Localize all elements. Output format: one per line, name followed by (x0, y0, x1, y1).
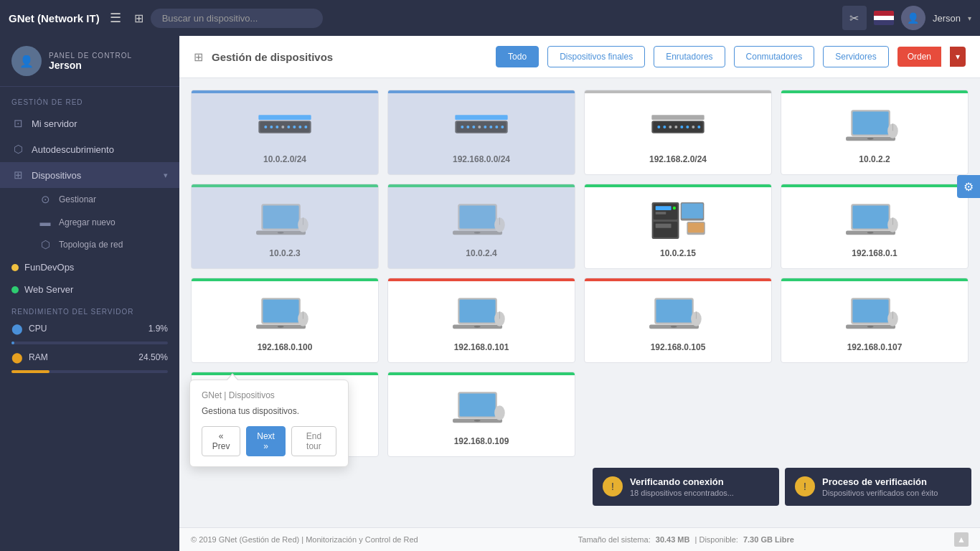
device-card-11[interactable]: 192.168.0.105 (584, 278, 772, 363)
devices-submenu: ⊙ Gestionar ▬ Agregar nuevo ⬡ Topología … (0, 188, 179, 256)
sidebar-item-web-server-label: Web Server (24, 284, 73, 295)
svg-rect-55 (656, 212, 666, 215)
device-label: 192.168.0.105 (651, 342, 706, 352)
device-card-14[interactable]: 192.168.0.109 (387, 372, 575, 457)
device-img-server (646, 197, 710, 244)
device-img-switch (449, 103, 514, 150)
device-card-8[interactable]: 192.168.0.1 (781, 184, 969, 269)
svg-point-83 (671, 325, 677, 327)
svg-point-25 (663, 126, 666, 128)
app-brand: GNet (Network IT) (9, 12, 100, 24)
notif-sub: 18 dispositivos encontrados... (630, 489, 734, 497)
page-title: Gestión de dispositivos (212, 51, 487, 63)
device-card-9[interactable]: 192.168.0.100 (191, 278, 379, 363)
svg-point-65 (867, 231, 874, 233)
sidebar-item-fundevops[interactable]: FunDevOps (0, 256, 179, 278)
page-header: ⊞ Gestión de dispositivos Todo Dispositi… (179, 36, 980, 78)
svg-point-42 (278, 231, 284, 233)
layout-toggle-icon[interactable]: ⊞ (134, 11, 143, 25)
tour-breadcrumb: GNet | Dispositivos (202, 390, 336, 400)
sidebar-item-mi-servidor[interactable]: ⊡ Mi servidor (0, 110, 179, 136)
sidebar-item-topologia[interactable]: ⬡ Topología de red (7, 233, 179, 256)
sidebar-item-agregar-nuevo[interactable]: ▬ Agregar nuevo (7, 211, 179, 233)
devices-icon: ⊞ (11, 169, 24, 182)
device-card-4[interactable]: 10.0.2.2 (781, 90, 969, 175)
cpu-row: ⬤ CPU 1.9% (11, 323, 168, 334)
filter-conmutadores-btn[interactable]: Conmutadores (734, 46, 815, 67)
filter-servidores-btn[interactable]: Servidores (823, 46, 888, 67)
svg-rect-63 (852, 205, 888, 228)
device-label: 10.0.2.2 (859, 154, 890, 164)
user-avatar[interactable]: 👤 (901, 6, 925, 30)
panel-label: PANEL DE CONTROL (49, 52, 132, 60)
device-img-laptop (253, 197, 317, 244)
svg-point-17 (484, 126, 486, 128)
cpu-bar (11, 342, 14, 344)
svg-point-101 (494, 405, 505, 420)
device-card-7[interactable]: 10.0.2.15 (584, 184, 772, 269)
order-btn[interactable]: Orden (897, 47, 941, 67)
svg-rect-12 (456, 121, 506, 132)
svg-rect-61 (688, 222, 705, 232)
svg-point-27 (674, 126, 677, 128)
device-card-12[interactable]: 192.168.0.107 (781, 278, 969, 363)
sidebar-item-autodescubrimiento[interactable]: ⬡ Autodescubrimiento (0, 136, 179, 162)
sidebar-item-web-server[interactable]: Web Server (0, 278, 179, 301)
hamburger-icon[interactable]: ☰ (107, 7, 124, 29)
filter-enrutadores-btn[interactable]: Enrutadores (654, 46, 725, 67)
tour-prev-btn[interactable]: « Prev (202, 426, 240, 456)
topnav-username[interactable]: Jerson (933, 13, 961, 24)
tools-icon-btn[interactable]: ✂ (842, 6, 867, 30)
ram-label: RAM (29, 352, 133, 362)
ram-row: ⬤ RAM 24.50% (11, 352, 168, 363)
svg-rect-87 (852, 299, 888, 322)
svg-point-30 (692, 126, 694, 128)
status-dot-green (11, 286, 19, 293)
svg-rect-10 (258, 115, 311, 120)
tour-next-btn[interactable]: Next » (246, 426, 285, 456)
device-img-laptop (449, 385, 514, 432)
server-icon: ⊡ (11, 117, 24, 130)
device-label: 10.0.2.4 (466, 248, 496, 258)
footer-system-info: Tamaño del sistema: 30.43 MB | Disponibl… (578, 535, 794, 544)
filter-todo-btn[interactable]: Todo (496, 46, 539, 67)
device-card-2[interactable]: 192.168.0.0/24 (387, 90, 575, 175)
scroll-up-btn[interactable]: ▲ (954, 532, 969, 547)
svg-point-6 (287, 126, 290, 128)
sidebar-item-dispositivos[interactable]: ⊞ Dispositivos ▾ (0, 162, 179, 188)
svg-point-2 (264, 126, 267, 128)
footer: © 2019 GNet (Gestión de Red) | Monitoriz… (179, 527, 980, 551)
sidebar-item-label: Autodescubrimiento (32, 144, 168, 155)
tour-text: Gestiona tus dispositivos. (202, 406, 336, 416)
svg-point-18 (489, 126, 492, 128)
notifications-bar: ! Verificando conexión 18 dispositivos e… (593, 468, 971, 506)
section-gestion-red: GESTIÓN DE RED (0, 87, 179, 110)
device-card-5[interactable]: 10.0.2.3 (191, 184, 379, 269)
device-card-1[interactable]: 10.0.2.0/24 (191, 90, 379, 175)
device-label: 192.168.0.109 (454, 436, 509, 446)
device-card-3[interactable]: 192.168.2.0/24 (584, 90, 772, 175)
device-img-laptop (449, 197, 514, 244)
sidebar-item-label: Dispositivos (32, 170, 156, 181)
device-label: 192.168.0.107 (847, 342, 903, 352)
ram-bar (11, 370, 50, 373)
device-card-6[interactable]: 10.0.2.4 (387, 184, 575, 269)
language-flag[interactable] (874, 11, 894, 25)
tour-end-btn[interactable]: End tour (291, 426, 336, 456)
device-img-laptop (449, 291, 514, 338)
sidebar-username: Jerson (49, 60, 132, 71)
order-caret-btn[interactable]: ▾ (950, 47, 966, 67)
filter-dispositivos-finales-btn[interactable]: Dispositivos finales (547, 46, 645, 67)
device-img-laptop (842, 291, 907, 338)
svg-rect-1 (260, 121, 309, 132)
device-card-10[interactable]: 192.168.0.101 (387, 278, 575, 363)
sidebar-item-label: Gestionar (59, 194, 168, 204)
search-input[interactable] (151, 9, 323, 28)
sidebar-item-gestionar[interactable]: ⊙ Gestionar (7, 188, 179, 211)
settings-fab[interactable]: ⚙ (957, 175, 980, 198)
cpu-value: 1.9% (149, 324, 168, 334)
perf-section: RENDIMIENTO DEL SERVIDOR ⬤ CPU 1.9% ⬤ RA… (0, 301, 179, 380)
svg-point-100 (474, 419, 481, 421)
svg-point-29 (686, 126, 689, 128)
perf-label: RENDIMIENTO DEL SERVIDOR (11, 308, 168, 316)
